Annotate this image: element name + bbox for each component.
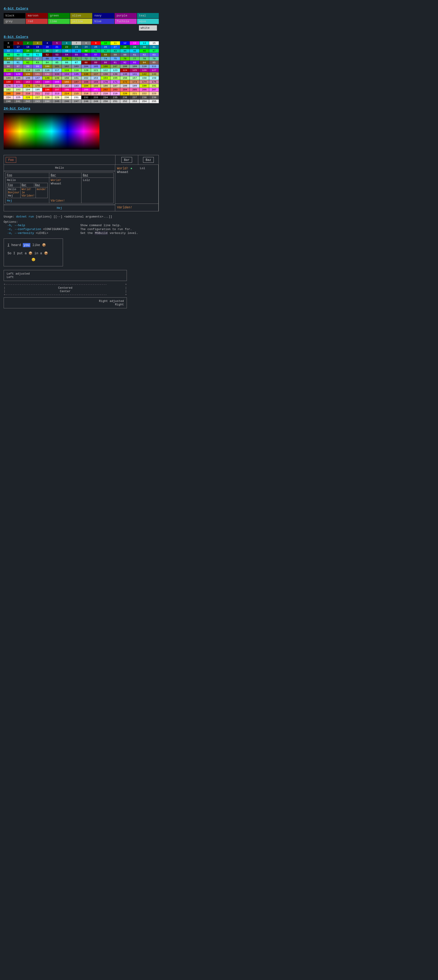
usage-line: Usage: dotnet run [options] [[--] <addit… [4, 215, 160, 218]
color-8bit-76: 76 [120, 57, 130, 60]
color-blue: blue [93, 19, 114, 24]
right-varlden: Världen! [117, 206, 132, 209]
color-8bit-237: 237 [130, 95, 140, 99]
eight-bit-section: 8-bit Colors 012345678910111213141516171… [4, 35, 160, 103]
color-8bit-102: 102 [62, 65, 71, 68]
color-8bit-192: 192 [4, 88, 13, 92]
color-8bit-109: 109 [130, 65, 140, 68]
color-8bit-171: 171 [110, 80, 120, 84]
color-8bit-195: 195 [33, 88, 43, 92]
color-8bit-100: 100 [43, 65, 52, 68]
color-8bit-168: 168 [81, 80, 91, 84]
color-8bit-47: 47 [149, 49, 159, 53]
color-8bit-114: 114 [23, 68, 33, 72]
inner-bar-cell: World! Whaaat Världen! [49, 178, 81, 203]
color-8bit-77: 77 [130, 57, 140, 60]
color-8bit-22: 22 [62, 45, 71, 49]
color-navy: navy [93, 13, 114, 18]
color-8bit-159: 159 [149, 76, 159, 80]
center-content2: | Center | [4, 290, 127, 293]
color-8bit-82: 82 [23, 61, 33, 64]
color-8bit-225: 225 [13, 95, 23, 99]
baz-button[interactable]: Baz [143, 157, 154, 163]
color-8bit-172: 172 [120, 80, 130, 84]
color-8bit-31: 31 [149, 45, 159, 49]
color-8bit-64: 64 [4, 57, 13, 60]
color-8bit-199: 199 [71, 88, 81, 92]
nested-col-bar: Bar [21, 183, 34, 187]
color-8bit-38: 38 [62, 49, 71, 53]
color-8bit-250: 250 [101, 100, 110, 103]
color-8bit-101: 101 [52, 65, 62, 68]
color-8bit-27: 27 [110, 45, 120, 49]
color-8bit-227: 227 [33, 95, 43, 99]
color-8bit-191: 191 [149, 84, 159, 88]
foo-button[interactable]: Foo [6, 157, 16, 163]
color-8bit-37: 37 [52, 49, 62, 53]
eight-bit-grid: 0123456789101112131415161718192021222324… [4, 41, 159, 103]
eight-bit-title: 8-bit Colors [4, 35, 160, 39]
inner-table-body: Hello Foo Bar Baz HelloBonjourHej [5, 178, 113, 203]
color-8bit-0: 0 [4, 41, 13, 45]
color-8bit-229: 229 [52, 95, 62, 99]
twenty-four-bit-section: 24-bit Colors [4, 107, 160, 150]
color-8bit-46: 46 [140, 49, 149, 53]
option-help: -h, --help Show command line help. [4, 224, 160, 227]
color-8bit-156: 156 [120, 76, 130, 80]
gradient-canvas [4, 113, 100, 150]
color-8bit-162: 162 [23, 80, 33, 84]
varlden-text: Världen! [51, 199, 65, 202]
color-8bit-194: 194 [23, 88, 33, 92]
nested-body-baz: monde! [36, 188, 48, 198]
color-8bit-115: 115 [33, 68, 43, 72]
color-8bit-223: 223 [149, 92, 159, 95]
color-8bit-95: 95 [149, 61, 159, 64]
color-8bit-141: 141 [130, 72, 140, 76]
color-8bit-230: 230 [62, 95, 71, 99]
usage-section: Usage: dotnet run [options] [[--] <addit… [4, 215, 160, 235]
hej-footer: Hej [4, 205, 115, 211]
color-8bit-50: 50 [23, 53, 33, 57]
inner-col-foo: Foo [5, 173, 49, 178]
color-8bit-207: 207 [149, 88, 159, 92]
color-8bit-176: 176 [4, 84, 13, 88]
color-8bit-211: 211 [33, 92, 43, 95]
color-8bit-188: 188 [120, 84, 130, 88]
color-8bit-33: 33 [13, 49, 23, 53]
center-content: | Centered | [4, 286, 127, 290]
dashed-top: + --------------------------------------… [4, 283, 127, 286]
right-world: World! [117, 167, 129, 170]
inner-table: Foo Bar Baz Hello Foo [5, 173, 114, 204]
color-8bit-251: 251 [110, 100, 120, 103]
color-8bit-130: 130 [23, 72, 33, 76]
color-8bit-157: 157 [130, 76, 140, 80]
color-8bit-142: 142 [140, 72, 149, 76]
color-8bit-252: 252 [120, 100, 130, 103]
color-8bit-29: 29 [130, 45, 140, 49]
color-8bit-34: 34 [23, 49, 33, 53]
four-bit-section: 4-bit Colors black maroon green olive na… [4, 7, 160, 32]
color-8bit-218: 218 [101, 92, 110, 95]
world-text: World! [51, 178, 61, 182]
markup-spacer [8, 248, 59, 250]
color-8bit-124: 124 [120, 68, 130, 72]
bar-button[interactable]: Bar [121, 157, 132, 163]
color-red: red [26, 19, 48, 24]
centered-section: + --------------------------------------… [4, 283, 127, 296]
color-8bit-6: 6 [62, 41, 71, 45]
color-8bit-97: 97 [13, 65, 23, 68]
table-section: Foo Bar Baz Hello Foo Bar Baz [4, 155, 159, 212]
color-8bit-164: 164 [43, 80, 52, 84]
color-8bit-69: 69 [52, 57, 62, 60]
color-8bit-233: 233 [91, 95, 101, 99]
color-8bit-20: 20 [43, 45, 52, 49]
color-8bit-201: 201 [91, 88, 101, 92]
color-8bit-123: 123 [110, 68, 120, 72]
color-8bit-150: 150 [62, 76, 71, 80]
color-teal: teal [137, 13, 159, 18]
color-8bit-4: 4 [43, 41, 52, 45]
color-8bit-107: 107 [110, 65, 120, 68]
color-8bit-94: 94 [140, 61, 149, 64]
color-8bit-42: 42 [101, 49, 110, 53]
i-text: I [8, 243, 10, 247]
